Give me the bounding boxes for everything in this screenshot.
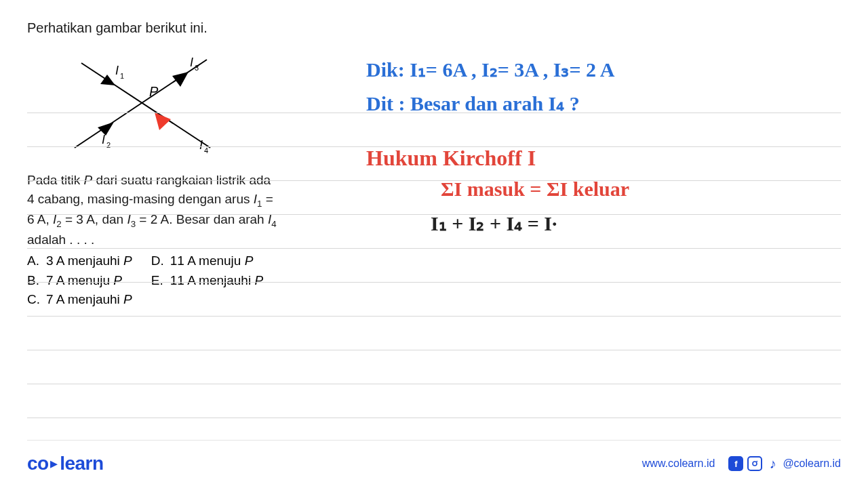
- instagram-icon[interactable]: [747, 456, 762, 471]
- svg-text:3: 3: [195, 64, 199, 72]
- option-c[interactable]: C.7 A menjauhi P: [27, 290, 132, 310]
- svg-text:I: I: [190, 56, 193, 69]
- law-equation: ΣI masuk = ΣI keluar: [441, 178, 629, 201]
- svg-text:2: 2: [106, 141, 111, 149]
- svg-text:I: I: [115, 64, 119, 77]
- svg-text:P: P: [149, 84, 159, 99]
- footer: co▸learn www.colearn.id f ♪ @colearn.id: [27, 440, 841, 474]
- problem-statement: Pada titik P dari suatu rangkaian listri…: [27, 171, 353, 249]
- answer-options: A.3 A menjauhi P B.7 A menuju P C.7 A me…: [27, 251, 353, 310]
- brand-logo: co▸learn: [27, 453, 104, 474]
- svg-marker-3: [98, 122, 114, 136]
- svg-point-15: [753, 462, 757, 466]
- intro-text: Perhatikan gambar berikut ini.: [27, 20, 353, 36]
- svg-text:4: 4: [204, 146, 208, 155]
- svg-text:I: I: [102, 133, 105, 146]
- question-panel: Perhatikan gambar berikut ini. I 1 I 2 I…: [27, 20, 353, 310]
- svg-marker-5: [155, 113, 171, 130]
- worked-solution: Dik: I₁= 6A , I₂= 3A , I₃= 2 A Dit : Bes…: [366, 20, 841, 310]
- law-title: Hukum Kirchoff I: [366, 146, 536, 171]
- svg-line-0: [81, 63, 210, 148]
- svg-text:1: 1: [120, 72, 124, 80]
- social-handle[interactable]: @colearn.id: [783, 458, 841, 470]
- option-a[interactable]: A.3 A menjauhi P: [27, 251, 132, 271]
- option-d[interactable]: D.11 A menuju P: [151, 251, 263, 271]
- facebook-icon[interactable]: f: [728, 456, 743, 471]
- social-links: f ♪ @colearn.id: [728, 456, 841, 471]
- given-line: Dik: I₁= 6A , I₂= 3A , I₃= 2 A: [366, 58, 615, 81]
- footer-url[interactable]: www.colearn.id: [642, 458, 715, 470]
- asked-line: Dit : Besar dan arah I₄ ?: [366, 92, 580, 115]
- svg-point-16: [757, 461, 758, 462]
- svg-marker-4: [172, 72, 189, 87]
- option-e[interactable]: E.11 A menjauhi P: [151, 271, 263, 291]
- tiktok-icon[interactable]: ♪: [766, 456, 778, 471]
- option-b[interactable]: B.7 A menuju P: [27, 271, 132, 291]
- circuit-diagram: I 1 I 2 I 3 I 4 P: [27, 46, 244, 161]
- substitution: I₁ + I₂ + I₄ = I·: [431, 211, 557, 235]
- svg-text:I: I: [199, 138, 203, 152]
